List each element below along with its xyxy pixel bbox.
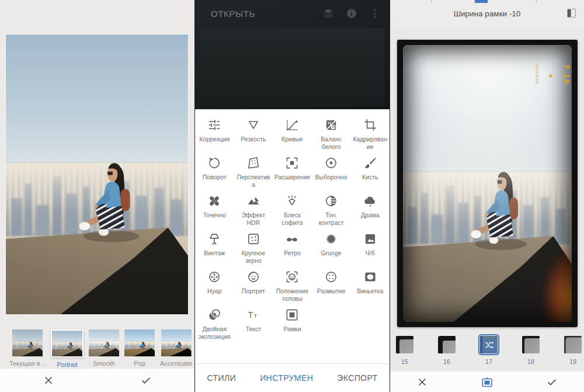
healing-icon [207, 193, 222, 209]
tool-curves[interactable]: Кривые [273, 117, 312, 155]
frame-style-16[interactable]: 16 [438, 336, 456, 365]
confirm-button[interactable] [540, 372, 564, 392]
frame-style-18[interactable]: 18 [522, 336, 540, 365]
tool-text[interactable]: TтТекст [234, 307, 273, 345]
tool-sharpen[interactable]: Резкость [234, 117, 273, 155]
tool-label: Поворот [203, 174, 227, 181]
vignette-icon [363, 269, 378, 285]
tab-export[interactable]: ЭКСПОРТ [335, 370, 380, 386]
tool-label: Портрет [242, 287, 265, 295]
tool-label: Ретро [284, 249, 301, 257]
tool-expand[interactable]: Расширение [273, 155, 312, 193]
tool-label: Винтаж [204, 249, 225, 257]
tool-label: Перспектива [235, 174, 272, 188]
app-header: ОТКРЫТЬ [195, 0, 390, 27]
tool-tune[interactable]: Коррекция [195, 117, 234, 155]
tool-label: Баланс белого [313, 136, 349, 150]
tool-doubleexpo[interactable]: Двойная экспозиция [195, 307, 234, 345]
tool-retro[interactable]: Ретро [273, 231, 312, 269]
kebab-menu-icon[interactable] [369, 7, 381, 20]
edited-photo [6, 34, 188, 314]
expand-icon [284, 155, 300, 171]
panel-styles: Текущая в…PortraitSmoothPopAccentuateFad… [0, 0, 194, 392]
filter-thumbnail [89, 329, 119, 356]
filter-portrait[interactable]: Portrait [51, 329, 84, 368]
tool-bw[interactable]: Ч/б [350, 231, 390, 269]
tool-label: Крупное зерно [235, 249, 272, 264]
frame-number: 18 [527, 358, 534, 365]
filter-thumbnail [161, 329, 192, 356]
tune-icon [207, 117, 222, 133]
tool-healing[interactable]: Точечно [195, 193, 234, 231]
tool-grunge[interactable]: Grunge [312, 231, 351, 269]
panel-frames: Ширина рамки -10 F 18 ▲ RREBRE 151617181 [390, 0, 584, 392]
tool-tonal[interactable]: Тон. контраст [312, 193, 351, 231]
tool-label: Эффект HDR [235, 211, 272, 226]
confirm-button[interactable] [134, 370, 158, 391]
frame-thumbnail [522, 336, 540, 353]
blur-icon [324, 269, 339, 285]
cancel-button[interactable] [411, 372, 434, 392]
tool-rotate[interactable]: Поворот [195, 155, 234, 193]
brush-icon [363, 155, 378, 171]
filter-smooth[interactable]: Smooth [89, 329, 119, 367]
frame-picture-icon[interactable] [475, 372, 499, 392]
header-icons [322, 7, 381, 20]
tool-glamour[interactable]: Блеск софита [273, 193, 312, 231]
tool-vintage[interactable]: Винтаж [195, 231, 234, 269]
tool-label: Ч/б [366, 249, 375, 257]
info-circle-icon[interactable] [345, 7, 358, 20]
frame-style-15[interactable]: 15 [396, 336, 413, 365]
tool-vignette[interactable]: Виньетка [350, 269, 390, 307]
filter-label: Pop [134, 360, 145, 367]
filter-accentuate[interactable]: Accentuate [160, 329, 192, 367]
panel-tools: ОТКРЫТЬ КоррекцияРезкостьКривыеWBБаланс … [194, 0, 390, 392]
filter-current[interactable]: Текущая в… [9, 329, 46, 367]
frame-style-19[interactable]: 19 [564, 336, 582, 365]
tool-blur[interactable]: Размытие [312, 269, 351, 307]
text-icon: Tт [246, 307, 261, 322]
compare-icon[interactable] [565, 7, 578, 22]
tool-wb[interactable]: WBБаланс белого [312, 117, 351, 155]
tab-styles[interactable]: СТИЛИ [205, 370, 239, 386]
filter-thumbnail [12, 329, 43, 356]
frame-style-17[interactable]: 17 [480, 336, 498, 365]
rotate-icon [207, 155, 222, 171]
tool-label: Размытие [317, 287, 345, 295]
tool-grain[interactable]: Крупное зерно [234, 231, 273, 269]
svg-text:T: T [248, 310, 253, 320]
filter-pop[interactable]: Pop [124, 329, 155, 367]
bottom-tabbar: СТИЛИИНСТРУМЕНЭКСПОРТ [195, 363, 390, 392]
tool-brush[interactable]: Кисть [350, 155, 390, 193]
tool-label: Виньетка [357, 287, 383, 295]
open-button[interactable]: ОТКРЫТЬ [211, 9, 255, 19]
tab-tools[interactable]: ИНСТРУМЕН [258, 370, 315, 386]
grain-icon [246, 231, 261, 247]
tool-perspective[interactable]: Перспектива [234, 155, 273, 193]
tool-label: Коррекция [199, 136, 230, 143]
tool-noir[interactable]: Нуар [195, 269, 234, 307]
tool-hdr[interactable]: Эффект HDR [234, 193, 273, 231]
tool-selective[interactable]: Выборочно [312, 155, 351, 193]
tool-portrait[interactable]: Портрет [234, 269, 273, 307]
frame-width-label: Ширина рамки -10 [390, 0, 584, 27]
photo-canvas [0, 0, 194, 318]
grunge-icon [324, 231, 339, 247]
filter-label: Smooth [93, 360, 115, 367]
tool-drama[interactable]: Драма [350, 193, 390, 231]
tool-crop[interactable]: Кадрирование [350, 117, 390, 155]
frame-number: 19 [569, 358, 576, 365]
tool-label: Рамки [283, 325, 301, 333]
cancel-button[interactable] [37, 370, 60, 391]
frame-thumbnail [480, 336, 498, 353]
headpose-icon [284, 269, 300, 285]
tool-frames[interactable]: Рамки [273, 307, 312, 345]
crop-icon [363, 117, 378, 133]
history-stack-icon[interactable] [322, 7, 335, 20]
tool-label: Резкость [241, 136, 266, 143]
drama-icon [363, 193, 378, 209]
tool-label: Драма [361, 211, 380, 219]
tool-headpose[interactable]: Положение головы [273, 269, 312, 307]
filter-label: Portrait [57, 361, 77, 368]
selective-icon [324, 155, 339, 171]
